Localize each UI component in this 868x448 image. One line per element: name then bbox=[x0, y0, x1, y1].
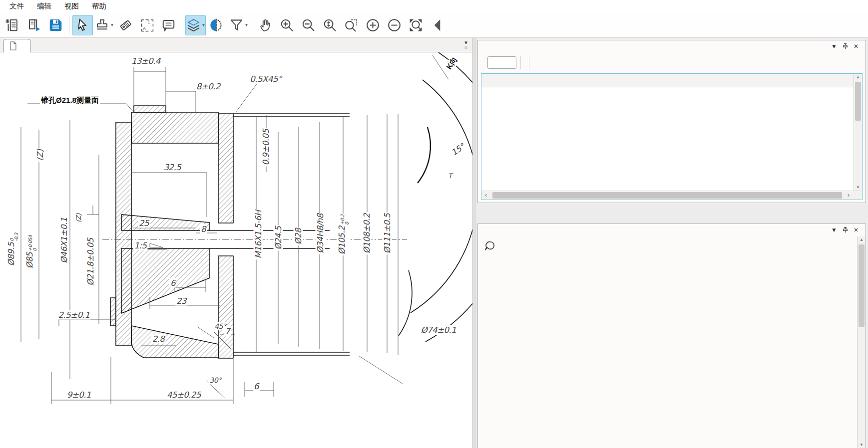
dimension-label: 30° bbox=[208, 376, 222, 384]
characteristics-table: ▲ ▼ ‹ › bbox=[481, 73, 863, 200]
table-vertical-scrollbar[interactable]: ▲ ▼ bbox=[854, 74, 862, 191]
scroll-up-icon[interactable]: ▲ bbox=[854, 75, 862, 79]
scroll-up-icon[interactable]: ▲ bbox=[858, 237, 866, 242]
toolbar-separator bbox=[252, 16, 252, 34]
characteristics-panel: ▼ ✕ ▲ ▼ ‹ › bbox=[477, 40, 866, 203]
close-icon[interactable]: ✕ bbox=[851, 43, 862, 50]
comment-icon bbox=[161, 17, 176, 33]
new-document-icon bbox=[5, 17, 20, 33]
dimension-label: Ø21.8±0.05 bbox=[86, 237, 95, 286]
toolbar-collapse-icon bbox=[430, 17, 445, 33]
menu-item-视图[interactable]: 视图 bbox=[58, 0, 85, 12]
zoom-out-button[interactable] bbox=[298, 15, 319, 35]
scroll-thumb[interactable] bbox=[855, 82, 861, 121]
dimension-label: Ø74±0.1 bbox=[420, 325, 457, 335]
scroll-down-icon[interactable]: ▼ bbox=[854, 185, 862, 190]
save-button[interactable] bbox=[45, 15, 66, 35]
document-tab-bar: ▾≡ bbox=[0, 38, 472, 52]
balloon-icon bbox=[484, 240, 495, 251]
select-cursor-icon bbox=[75, 17, 90, 33]
open-document-button[interactable] bbox=[24, 15, 44, 35]
mirror-button[interactable] bbox=[207, 15, 227, 35]
scroll-thumb[interactable] bbox=[492, 192, 842, 199]
zoom-vertical-button[interactable] bbox=[320, 15, 340, 35]
panel-splitter[interactable] bbox=[472, 38, 475, 448]
menu-item-帮助[interactable]: 帮助 bbox=[85, 0, 113, 12]
dimension-label: 6 bbox=[169, 278, 176, 288]
zoom-plus-icon bbox=[365, 17, 381, 33]
dimension-label: 45±0.25 bbox=[166, 390, 202, 400]
pin-icon[interactable] bbox=[840, 226, 851, 233]
open-document-icon bbox=[26, 17, 42, 33]
tag-icon bbox=[118, 17, 133, 33]
zoom-minus-button[interactable] bbox=[384, 15, 405, 35]
scroll-down-icon[interactable]: ▼ bbox=[858, 443, 866, 447]
dimension-label: 13±0.4 bbox=[130, 56, 161, 66]
scroll-thumb[interactable] bbox=[859, 244, 865, 327]
dimension-label: 锥孔Ø21.8测量面 bbox=[40, 96, 100, 105]
menu-item-编辑[interactable]: 编辑 bbox=[30, 0, 58, 12]
new-document-button[interactable] bbox=[2, 15, 23, 35]
dimension-label: 8 bbox=[200, 224, 207, 234]
detail-item-header bbox=[478, 236, 866, 254]
dimension-label: Ø89.50-0.3 bbox=[6, 232, 18, 267]
dimension-label: Ø105.2+0.20 bbox=[337, 214, 349, 255]
toolbar-collapse-button[interactable] bbox=[427, 15, 447, 35]
zoom-in-button[interactable] bbox=[277, 15, 297, 35]
zoom-in-icon bbox=[279, 17, 295, 33]
main-toolbar: ▼1A▼▼ bbox=[0, 12, 868, 38]
layers-button[interactable]: ▼ bbox=[185, 15, 206, 35]
pan-hand-icon bbox=[258, 17, 273, 33]
tab-flywheel-dwg[interactable] bbox=[3, 39, 30, 52]
dimension-label: 0.5X45° bbox=[249, 74, 282, 84]
zoom-window-icon bbox=[344, 17, 359, 33]
collapse-chevron-icon[interactable]: ▼ bbox=[829, 43, 840, 50]
toolbar-separator bbox=[182, 16, 182, 34]
dropdown-arrow-icon[interactable]: ▼ bbox=[202, 23, 206, 27]
collapse-chevron-icon[interactable]: ▼ bbox=[829, 226, 840, 233]
region-select-button[interactable]: 1A bbox=[137, 15, 157, 35]
layers-icon bbox=[186, 17, 201, 33]
dimension-label: (Z) bbox=[75, 213, 82, 224]
save-icon bbox=[48, 17, 63, 33]
mirror-icon bbox=[209, 17, 225, 33]
dimension-label: Ø108±0.2 bbox=[362, 213, 372, 255]
zoom-fit-icon bbox=[408, 17, 424, 33]
drawing-canvas[interactable]: 13±0.48±0.20.5X45°锥孔Ø21.8测量面32.52581:562… bbox=[0, 52, 472, 448]
dimension-label: 32.5 bbox=[163, 163, 182, 172]
scroll-right-icon[interactable]: › bbox=[844, 191, 853, 200]
scroll-left-icon[interactable]: ‹ bbox=[481, 191, 490, 200]
dimension-label: 6 bbox=[253, 382, 260, 391]
stamp-button[interactable]: ▼ bbox=[94, 15, 114, 35]
menu-bar: 文件编辑视图帮助 bbox=[0, 0, 868, 12]
dropdown-arrow-icon[interactable]: ▼ bbox=[245, 23, 249, 27]
filter-button[interactable]: ▼ bbox=[228, 15, 249, 35]
detail-vertical-scrollbar[interactable]: ▲ ▼ bbox=[857, 236, 866, 448]
zoom-window-button[interactable] bbox=[341, 15, 362, 35]
dropdown-arrow-icon[interactable]: ▼ bbox=[110, 23, 114, 27]
svg-text:A: A bbox=[143, 26, 146, 31]
tag-button[interactable] bbox=[115, 15, 136, 35]
tab-list-icon[interactable]: ▾≡ bbox=[461, 40, 470, 50]
zoom-plus-button[interactable] bbox=[363, 15, 383, 35]
characteristics-panel-titlebar: ▼ ✕ bbox=[478, 40, 866, 52]
dimension-label: 9±0.1 bbox=[66, 390, 92, 400]
dimension-label: 7 bbox=[224, 327, 231, 336]
select-cursor-button[interactable] bbox=[72, 15, 93, 35]
comment-button[interactable] bbox=[158, 15, 179, 35]
close-icon[interactable]: ✕ bbox=[851, 226, 862, 233]
table-horizontal-scrollbar[interactable]: ‹ › bbox=[481, 191, 862, 200]
start-input[interactable] bbox=[487, 56, 516, 69]
zoom-vertical-icon bbox=[322, 17, 338, 33]
filter-icon bbox=[229, 17, 244, 33]
menu-item-文件[interactable]: 文件 bbox=[3, 0, 30, 12]
characteristic-detail-panel: ▼ ✕ ▲ ▼ bbox=[477, 224, 866, 448]
dimension-label: (Z) bbox=[35, 149, 45, 162]
dimension-label: 2.8 bbox=[151, 334, 166, 344]
dimension-label: T bbox=[447, 172, 452, 180]
pin-icon[interactable] bbox=[840, 43, 851, 50]
pan-hand-button[interactable] bbox=[255, 15, 276, 35]
zoom-fit-button[interactable] bbox=[406, 15, 426, 35]
dimension-label: Ø34H8/h8 bbox=[316, 213, 325, 254]
table-header[interactable] bbox=[481, 74, 854, 87]
